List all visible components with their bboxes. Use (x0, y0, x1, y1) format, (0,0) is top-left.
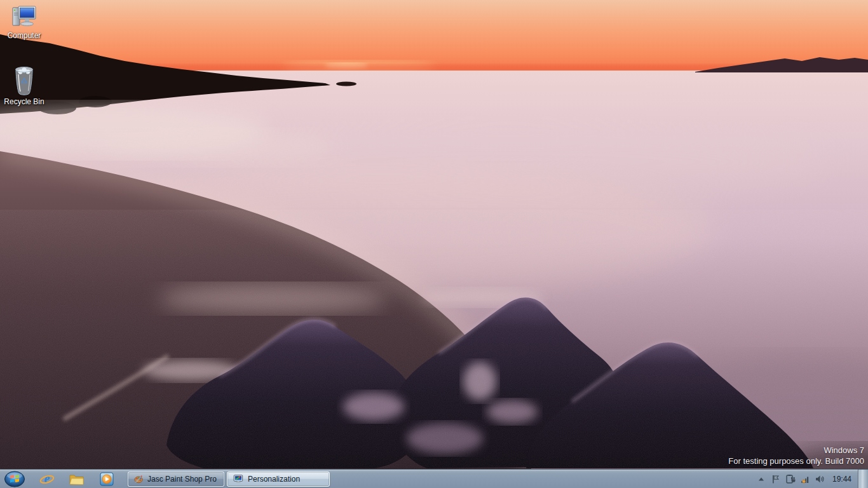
build-watermark: Windows 7 For testing purposes only. Bui… (728, 445, 864, 466)
desktop-icon-computer[interactable]: Computer (0, 4, 48, 40)
start-button[interactable] (0, 470, 29, 488)
chevron-up-icon (757, 475, 766, 484)
show-desktop-button[interactable] (858, 470, 868, 488)
windows-explorer-launcher[interactable] (62, 470, 92, 488)
network-signal-icon (800, 474, 811, 484)
watermark-line-2: For testing purposes only. Build 7000 (728, 456, 864, 466)
windows-media-player-launcher[interactable] (92, 470, 121, 488)
internet-explorer-launcher[interactable]: e (32, 470, 62, 488)
taskbar: e (0, 469, 868, 488)
taskbar-button-label: Personalization (248, 475, 300, 484)
taskbar-clock[interactable]: 19:44 (827, 475, 858, 484)
personalization-display-icon (233, 474, 243, 484)
desktop-icon-recycle-bin[interactable]: Recycle Bin (0, 65, 48, 106)
desktop-icon-label: Computer (8, 32, 41, 40)
speaker-icon (815, 474, 825, 484)
internet-explorer-icon: e (39, 471, 55, 487)
taskbar-button-personalization[interactable]: Personalization (227, 471, 330, 487)
notification-area: 19:44 (754, 470, 868, 488)
computer-icon (10, 4, 38, 30)
power-status-button[interactable] (783, 470, 798, 488)
flag-icon (771, 474, 781, 484)
windows-orb-icon (4, 471, 25, 487)
task-buttons: Jasc Paint Shop Pro -... Person (128, 471, 330, 487)
action-center-button[interactable] (769, 470, 783, 488)
taskbar-button-paint-shop-pro[interactable]: Jasc Paint Shop Pro -... (128, 471, 224, 487)
wallpaper-beach-sunset (0, 0, 868, 469)
volume-button[interactable] (813, 470, 827, 488)
desktop: Computer Recycle Bin Windows 7 For testi… (0, 0, 868, 488)
watermark-line-1: Windows 7 (728, 445, 864, 456)
paint-shop-pro-palette-icon (134, 474, 143, 484)
power-plug-icon (785, 474, 796, 484)
taskbar-button-label: Jasc Paint Shop Pro -... (147, 475, 218, 484)
media-player-icon (100, 472, 114, 486)
folder-icon (69, 473, 85, 485)
quick-launch: e (32, 470, 121, 488)
show-hidden-icons-button[interactable] (754, 470, 769, 488)
recycle-bin-icon (11, 65, 37, 97)
network-status-button[interactable] (798, 470, 813, 488)
desktop-icon-label: Recycle Bin (4, 98, 44, 106)
